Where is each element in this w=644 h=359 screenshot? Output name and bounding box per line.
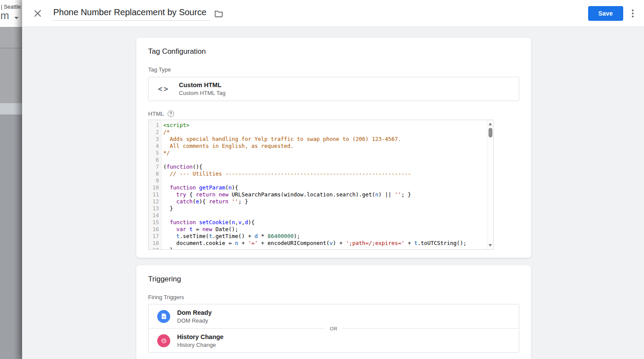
background-container-dropdown: m: [0, 10, 9, 22]
history-icon: [157, 334, 170, 347]
close-icon[interactable]: [32, 7, 44, 20]
tag-type-subtitle: Custom HTML Tag: [179, 90, 226, 96]
background-page-header: | Seattle m: [0, 0, 22, 27]
tag-editor-modal: Phone Number Replacement by Source Save …: [22, 0, 644, 359]
triggering-heading: Triggering: [148, 275, 519, 284]
scroll-up-icon[interactable]: [489, 123, 492, 125]
firing-triggers-label: Firing Triggers: [148, 294, 519, 300]
trigger-row-history-change[interactable]: History Change History Change: [149, 329, 519, 352]
trigger-type: History Change: [177, 342, 223, 348]
tag-type-selector[interactable]: <> Custom HTML Custom HTML Tag: [148, 77, 519, 101]
folder-icon[interactable]: [214, 10, 223, 17]
trigger-name: History Change: [177, 333, 223, 340]
background-band: [0, 27, 22, 48]
modal-content: Tag Configuration Tag Type <> Custom HTM…: [22, 27, 644, 359]
tag-type-label: Tag Type: [148, 66, 519, 73]
tag-name-input[interactable]: Phone Number Replacement by Source: [53, 6, 210, 21]
help-icon[interactable]: ?: [168, 111, 174, 117]
save-button[interactable]: Save: [588, 6, 624, 21]
background-tag-link-row: acemen: [0, 103, 22, 114]
trigger-row-dom-ready[interactable]: Dom Ready DOM Ready: [149, 304, 519, 328]
or-divider: OR: [149, 328, 518, 329]
background-band: [0, 114, 22, 359]
chevron-down-icon: [14, 17, 19, 19]
tag-configuration-card: Tag Configuration Tag Type <> Custom HTM…: [136, 37, 531, 258]
code-lines: 1<script>2/*3 Adds special handling for …: [149, 120, 487, 249]
html-field-label: HTML: [148, 111, 164, 117]
more-options-icon[interactable]: [632, 10, 634, 17]
triggering-card: Triggering Firing Triggers Dom Ready DOM…: [136, 265, 531, 359]
or-label: OR: [325, 326, 343, 331]
editor-scrollbar[interactable]: [487, 120, 493, 249]
trigger-name: Dom Ready: [177, 309, 212, 316]
scrollbar-thumb[interactable]: [489, 128, 492, 137]
html-code-editor[interactable]: 1<script>2/*3 Adds special handling for …: [148, 120, 494, 250]
firing-triggers-list: Dom Ready DOM Ready OR History Change Hi…: [148, 304, 519, 353]
tag-type-title: Custom HTML: [179, 82, 226, 88]
trigger-type: DOM Ready: [177, 317, 212, 324]
tag-configuration-heading: Tag Configuration: [148, 47, 519, 56]
background-account-text: | Seattle: [1, 4, 21, 10]
background-page-scrim: | Seattle m acemen: [0, 0, 22, 359]
editor-topbar: Phone Number Replacement by Source Save: [22, 0, 644, 27]
document-icon: [157, 310, 170, 323]
scroll-down-icon[interactable]: [489, 244, 492, 247]
code-brackets-icon: <>: [149, 85, 179, 93]
background-band: [0, 49, 22, 103]
